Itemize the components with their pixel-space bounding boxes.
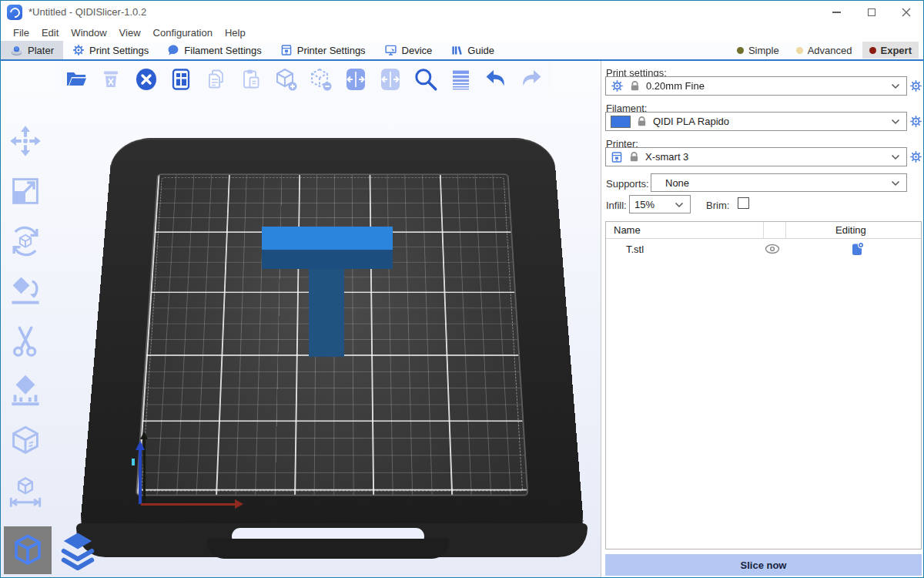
cut-tool-button[interactable]: [7, 324, 44, 358]
tab-filament-settings-label: Filament Settings: [184, 45, 261, 56]
editing-column-header[interactable]: Editing: [835, 224, 866, 236]
brim-label: Brim:: [706, 200, 729, 211]
model-t-stem[interactable]: [309, 269, 344, 357]
preview-view-button[interactable]: [56, 529, 99, 573]
delete-button[interactable]: [98, 66, 123, 93]
chevron-down-icon: [891, 80, 900, 92]
split-to-parts-button[interactable]: [377, 66, 403, 93]
tab-guide[interactable]: Guide: [441, 41, 504, 59]
menu-item-window[interactable]: Window: [65, 25, 112, 40]
slice-now-button[interactable]: Slice now: [605, 554, 922, 576]
scale-icon: [8, 174, 42, 208]
tab-filament-settings[interactable]: Filament Settings: [158, 41, 270, 59]
maximize-button[interactable]: [854, 1, 889, 24]
filament-value: QIDI PLA Rapido: [653, 116, 729, 127]
open-project-button[interactable]: [63, 66, 89, 93]
chevron-down-icon: [675, 199, 684, 210]
arrange-icon: [169, 68, 192, 91]
infill-value: 15%: [634, 199, 654, 210]
mode-simple[interactable]: Simple: [730, 42, 786, 59]
menu-item-edit[interactable]: Edit: [35, 25, 65, 40]
infill-label: Infill:: [606, 200, 627, 211]
brim-checkbox[interactable]: [738, 197, 749, 209]
split-to-objects-button[interactable]: [343, 66, 368, 93]
paint-supports-tool-button[interactable]: [7, 375, 44, 408]
arrange-button[interactable]: [169, 66, 194, 93]
place-on-face-tool-button[interactable]: [7, 274, 44, 308]
print-settings-value: 0.20mm Fine: [646, 80, 705, 92]
infill-combo[interactable]: 15%: [629, 195, 691, 213]
variable-layer-height-button[interactable]: [448, 66, 474, 93]
tab-device[interactable]: Device: [375, 41, 442, 59]
object-settings-button[interactable]: [849, 241, 865, 259]
settings-panel: Print settings: 0.20mm Fine Filament: QI…: [601, 61, 924, 578]
printer-icon: [611, 151, 623, 163]
paste-icon: [239, 68, 263, 91]
name-column-header[interactable]: Name: [614, 224, 641, 236]
menu-item-file[interactable]: File: [7, 25, 35, 40]
filament-gear-button[interactable]: [908, 113, 923, 129]
remove-instance-button[interactable]: [308, 66, 333, 93]
printer-combo[interactable]: X-smart 3: [605, 147, 907, 166]
tab-printer-settings[interactable]: Printer Settings: [271, 41, 375, 59]
app-window: *Untitled - QIDISlicer-1.0.2 File Edit W…: [0, 0, 924, 578]
tab-device-label: Device: [402, 45, 433, 56]
eye-icon: [765, 244, 780, 254]
print-settings-combo[interactable]: 0.20mm Fine: [605, 76, 907, 96]
seam-painting-tool-button[interactable]: [7, 425, 44, 459]
close-button[interactable]: [889, 1, 923, 24]
measure-tool-button[interactable]: [7, 475, 44, 509]
delete-all-button[interactable]: [133, 66, 159, 93]
copy-button[interactable]: [203, 66, 229, 93]
menu-item-configuration[interactable]: Configuration: [147, 25, 219, 40]
gear-icon: [909, 150, 922, 163]
print-settings-gear-button[interactable]: [908, 78, 923, 93]
tab-plater-label: Plater: [28, 45, 54, 56]
visibility-toggle[interactable]: [765, 244, 780, 257]
redo-button[interactable]: [518, 66, 544, 93]
tray-handle: [207, 539, 449, 559]
object-list-header: Name Editing: [606, 222, 921, 239]
plater-icon: [10, 44, 23, 57]
tab-guide-label: Guide: [467, 45, 494, 56]
expert-mode-dot-icon: [869, 47, 876, 54]
add-instance-button[interactable]: [273, 66, 298, 93]
column-separator: [785, 222, 786, 239]
supports-label: Supports:: [606, 178, 649, 190]
mode-expert[interactable]: Expert: [862, 42, 919, 59]
chevron-down-icon: [891, 116, 900, 127]
tab-print-settings-label: Print Settings: [89, 45, 149, 56]
maximize-icon: [868, 8, 875, 16]
menu-item-help[interactable]: Help: [219, 25, 252, 40]
undo-icon: [483, 68, 509, 91]
scale-tool-button[interactable]: [7, 174, 44, 208]
tab-plater[interactable]: Plater: [1, 41, 63, 59]
object-list-row[interactable]: T.stl: [606, 239, 921, 259]
move-icon: [8, 124, 42, 158]
printer-gear-button[interactable]: [908, 149, 923, 164]
mode-advanced[interactable]: Advanced: [789, 42, 859, 59]
model-t-front-face[interactable]: [262, 250, 393, 269]
menu-item-view[interactable]: View: [113, 25, 147, 40]
object-list: Name Editing T.stl: [605, 221, 922, 549]
tab-bar: Plater Print Settings Filament Settings …: [1, 41, 923, 61]
model-t-top-face[interactable]: [262, 227, 393, 250]
z-axis-arrow-head: [136, 441, 145, 450]
minimize-button[interactable]: [819, 1, 854, 24]
x-axis-arrow-head: [235, 499, 243, 509]
chevron-down-icon: [891, 177, 900, 189]
x-axis-arrow: [141, 503, 235, 506]
supports-combo[interactable]: None: [651, 173, 907, 192]
move-tool-button[interactable]: [7, 124, 44, 158]
tab-print-settings[interactable]: Print Settings: [63, 41, 158, 59]
undo-button[interactable]: [483, 66, 509, 93]
filament-combo[interactable]: QIDI PLA Rapido: [605, 112, 907, 131]
3d-editor-view-button[interactable]: [4, 526, 52, 574]
axis-origin-marker: [132, 459, 135, 465]
3d-viewport[interactable]: [1, 61, 601, 578]
trash-icon: [99, 68, 122, 91]
search-button[interactable]: [413, 66, 439, 93]
edit-object-icon: [849, 241, 865, 257]
rotate-tool-button[interactable]: [7, 224, 44, 258]
paste-button[interactable]: [238, 66, 263, 93]
